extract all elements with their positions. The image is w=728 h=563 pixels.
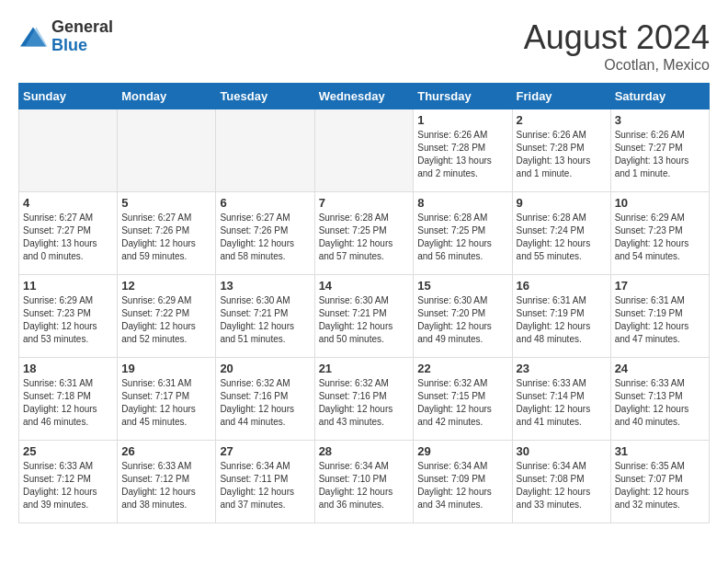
calendar-cell: 30Sunrise: 6:34 AM Sunset: 7:08 PM Dayli…: [512, 441, 610, 523]
day-number: 10: [615, 196, 705, 210]
day-number: 16: [517, 279, 607, 293]
day-number: 1: [417, 113, 507, 127]
calendar-cell: 31Sunrise: 6:35 AM Sunset: 7:07 PM Dayli…: [610, 441, 709, 523]
day-number: 12: [121, 279, 211, 293]
day-number: 19: [121, 362, 211, 375]
calendar-cell: [19, 109, 118, 192]
calendar-cell: 8Sunrise: 6:28 AM Sunset: 7:25 PM Daylig…: [414, 192, 512, 275]
calendar-cell: 6Sunrise: 6:27 AM Sunset: 7:26 PM Daylig…: [216, 192, 314, 275]
calendar-cell: 9Sunrise: 6:28 AM Sunset: 7:24 PM Daylig…: [512, 192, 610, 275]
logo: General Blue: [18, 18, 113, 55]
day-of-week-header: Friday: [512, 84, 610, 109]
calendar-cell: 13Sunrise: 6:30 AM Sunset: 7:21 PM Dayli…: [216, 275, 314, 358]
day-number: 4: [23, 196, 113, 210]
day-info: Sunrise: 6:28 AM Sunset: 7:24 PM Dayligh…: [517, 212, 607, 263]
calendar-week-row: 25Sunrise: 6:33 AM Sunset: 7:12 PM Dayli…: [19, 441, 710, 523]
day-number: 3: [615, 113, 705, 127]
day-info: Sunrise: 6:31 AM Sunset: 7:19 PM Dayligh…: [517, 294, 607, 346]
day-number: 24: [615, 362, 705, 375]
day-of-week-header: Monday: [118, 84, 216, 109]
day-number: 17: [615, 279, 705, 293]
day-info: Sunrise: 6:33 AM Sunset: 7:13 PM Dayligh…: [615, 377, 705, 429]
calendar-cell: 7Sunrise: 6:28 AM Sunset: 7:25 PM Daylig…: [314, 192, 414, 275]
day-number: 28: [319, 444, 410, 458]
day-of-week-header: Tuesday: [216, 84, 314, 109]
day-info: Sunrise: 6:26 AM Sunset: 7:28 PM Dayligh…: [517, 129, 607, 180]
day-info: Sunrise: 6:28 AM Sunset: 7:25 PM Dayligh…: [417, 212, 507, 263]
day-number: 6: [220, 196, 310, 210]
calendar-cell: 2Sunrise: 6:26 AM Sunset: 7:28 PM Daylig…: [512, 109, 610, 192]
day-info: Sunrise: 6:28 AM Sunset: 7:25 PM Dayligh…: [319, 212, 410, 263]
day-info: Sunrise: 6:34 AM Sunset: 7:11 PM Dayligh…: [220, 460, 310, 511]
day-number: 2: [517, 113, 607, 127]
calendar-cell: 17Sunrise: 6:31 AM Sunset: 7:19 PM Dayli…: [610, 275, 709, 358]
day-number: 8: [417, 196, 507, 210]
day-info: Sunrise: 6:33 AM Sunset: 7:14 PM Dayligh…: [517, 377, 607, 429]
day-info: Sunrise: 6:34 AM Sunset: 7:09 PM Dayligh…: [417, 460, 507, 511]
logo-icon: [18, 24, 48, 50]
calendar-cell: 14Sunrise: 6:30 AM Sunset: 7:21 PM Dayli…: [314, 275, 414, 358]
day-info: Sunrise: 6:30 AM Sunset: 7:21 PM Dayligh…: [220, 294, 310, 346]
calendar-cell: 24Sunrise: 6:33 AM Sunset: 7:13 PM Dayli…: [610, 358, 709, 441]
calendar-week-row: 18Sunrise: 6:31 AM Sunset: 7:18 PM Dayli…: [19, 358, 710, 441]
day-info: Sunrise: 6:29 AM Sunset: 7:23 PM Dayligh…: [23, 294, 113, 346]
calendar-cell: 15Sunrise: 6:30 AM Sunset: 7:20 PM Dayli…: [414, 275, 512, 358]
calendar-cell: 4Sunrise: 6:27 AM Sunset: 7:27 PM Daylig…: [19, 192, 118, 275]
day-number: 30: [517, 444, 607, 458]
calendar-table: SundayMondayTuesdayWednesdayThursdayFrid…: [18, 83, 710, 523]
calendar-cell: 3Sunrise: 6:26 AM Sunset: 7:27 PM Daylig…: [610, 109, 709, 192]
logo-blue-text: Blue: [51, 37, 113, 55]
calendar-cell: 16Sunrise: 6:31 AM Sunset: 7:19 PM Dayli…: [512, 275, 610, 358]
day-info: Sunrise: 6:33 AM Sunset: 7:12 PM Dayligh…: [23, 460, 113, 511]
day-info: Sunrise: 6:27 AM Sunset: 7:26 PM Dayligh…: [121, 212, 211, 263]
calendar-cell: 12Sunrise: 6:29 AM Sunset: 7:22 PM Dayli…: [118, 275, 216, 358]
day-info: Sunrise: 6:30 AM Sunset: 7:20 PM Dayligh…: [417, 294, 507, 346]
day-number: 21: [319, 362, 410, 375]
day-info: Sunrise: 6:27 AM Sunset: 7:26 PM Dayligh…: [220, 212, 310, 263]
day-number: 29: [417, 444, 507, 458]
calendar-cell: [216, 109, 314, 192]
calendar-cell: [314, 109, 414, 192]
calendar-week-row: 4Sunrise: 6:27 AM Sunset: 7:27 PM Daylig…: [19, 192, 710, 275]
day-info: Sunrise: 6:27 AM Sunset: 7:27 PM Dayligh…: [23, 212, 113, 263]
calendar-cell: 29Sunrise: 6:34 AM Sunset: 7:09 PM Dayli…: [414, 441, 512, 523]
day-number: 7: [319, 196, 410, 210]
day-number: 14: [319, 279, 410, 293]
day-number: 18: [23, 362, 113, 375]
day-info: Sunrise: 6:34 AM Sunset: 7:10 PM Dayligh…: [319, 460, 410, 511]
day-number: 20: [220, 362, 310, 375]
day-info: Sunrise: 6:35 AM Sunset: 7:07 PM Dayligh…: [615, 460, 705, 511]
calendar-cell: 27Sunrise: 6:34 AM Sunset: 7:11 PM Dayli…: [216, 441, 314, 523]
calendar-cell: 1Sunrise: 6:26 AM Sunset: 7:28 PM Daylig…: [414, 109, 512, 192]
day-info: Sunrise: 6:31 AM Sunset: 7:17 PM Dayligh…: [121, 377, 211, 429]
calendar-cell: 28Sunrise: 6:34 AM Sunset: 7:10 PM Dayli…: [314, 441, 414, 523]
day-number: 26: [121, 444, 211, 458]
calendar-cell: 20Sunrise: 6:32 AM Sunset: 7:16 PM Dayli…: [216, 358, 314, 441]
day-number: 25: [23, 444, 113, 458]
day-number: 11: [23, 279, 113, 293]
calendar-cell: 19Sunrise: 6:31 AM Sunset: 7:17 PM Dayli…: [118, 358, 216, 441]
day-info: Sunrise: 6:29 AM Sunset: 7:23 PM Dayligh…: [615, 212, 705, 263]
calendar-cell: 26Sunrise: 6:33 AM Sunset: 7:12 PM Dayli…: [118, 441, 216, 523]
title-section: August 2024 Ocotlan, Mexico: [524, 18, 710, 74]
day-info: Sunrise: 6:26 AM Sunset: 7:28 PM Dayligh…: [417, 129, 507, 180]
day-info: Sunrise: 6:31 AM Sunset: 7:18 PM Dayligh…: [23, 377, 113, 429]
logo-text: General Blue: [51, 18, 113, 55]
calendar-cell: 18Sunrise: 6:31 AM Sunset: 7:18 PM Dayli…: [19, 358, 118, 441]
day-of-week-header: Wednesday: [314, 84, 414, 109]
calendar-cell: 21Sunrise: 6:32 AM Sunset: 7:16 PM Dayli…: [314, 358, 414, 441]
calendar-cell: 23Sunrise: 6:33 AM Sunset: 7:14 PM Dayli…: [512, 358, 610, 441]
day-number: 27: [220, 444, 310, 458]
day-info: Sunrise: 6:30 AM Sunset: 7:21 PM Dayligh…: [319, 294, 410, 346]
calendar-cell: [118, 109, 216, 192]
day-info: Sunrise: 6:31 AM Sunset: 7:19 PM Dayligh…: [615, 294, 705, 346]
day-of-week-header: Thursday: [414, 84, 512, 109]
day-info: Sunrise: 6:26 AM Sunset: 7:27 PM Dayligh…: [615, 129, 705, 180]
logo-general-text: General: [51, 18, 113, 37]
day-number: 15: [417, 279, 507, 293]
day-info: Sunrise: 6:32 AM Sunset: 7:16 PM Dayligh…: [319, 377, 410, 429]
day-info: Sunrise: 6:34 AM Sunset: 7:08 PM Dayligh…: [517, 460, 607, 511]
calendar-cell: 5Sunrise: 6:27 AM Sunset: 7:26 PM Daylig…: [118, 192, 216, 275]
calendar-cell: 10Sunrise: 6:29 AM Sunset: 7:23 PM Dayli…: [610, 192, 709, 275]
day-number: 22: [417, 362, 507, 375]
